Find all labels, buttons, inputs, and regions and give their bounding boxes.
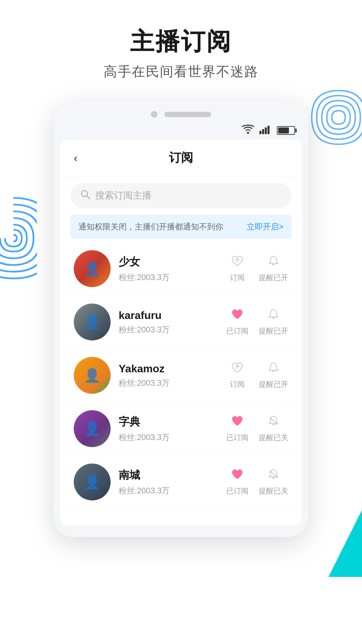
svg-rect-1 [259,131,261,134]
streamer-avatar: 👤 [74,410,111,447]
streamer-name: Yakamoz [119,363,224,375]
reminder-label: 提醒已关 [259,433,288,443]
subscribe-button[interactable]: 已订阅 [224,468,251,496]
battery-icon [277,126,295,135]
streamer-fans: 粉丝:2003.3万 [119,485,224,496]
streamer-fans: 粉丝:2003.3万 [119,324,224,335]
bell-icon [267,362,280,377]
phone-wrapper: ‹ 订阅 搜索订阅主播 通知权限关闭，主播们开播都通知不到你 立即开启> [0,101,362,537]
nav-bar: ‹ 订阅 [60,140,302,176]
reminder-button[interactable]: 提醒已开 [259,308,288,336]
streamer-info: Yakamoz 粉丝:2003.3万 [119,363,224,388]
streamer-actions: 已订阅 提醒已关 [224,415,288,443]
search-bar[interactable]: 搜索订阅主播 [70,183,292,208]
reminder-label: 提醒已开 [259,379,288,389]
avatar-placeholder: 👤 [74,464,111,500]
avatar-placeholder: 👤 [74,410,111,447]
streamer-fans: 粉丝:2003.3万 [119,272,224,283]
subscribe-label: 订阅 [230,273,245,283]
reminder-button[interactable]: 提醒已关 [259,468,288,496]
subscribe-label: 已订阅 [226,433,248,443]
avatar-placeholder: 👤 [74,250,111,287]
phone-mockup: ‹ 订阅 搜索订阅主播 通知权限关闭，主播们开播都通知不到你 立即开启> [54,101,308,537]
notification-banner: 通知权限关闭，主播们开播都通知不到你 立即开启> [70,215,292,239]
notification-action-button[interactable]: 立即开启> [247,221,284,232]
heart-icon [231,255,244,271]
streamer-item: 👤 字典 粉丝:2003.3万 已订阅 提醒已关 [64,402,298,455]
subscribe-button[interactable]: 订阅 [224,255,251,283]
streamer-name: 少女 [119,255,224,269]
streamer-name: 字典 [119,415,224,429]
search-placeholder-text: 搜索订阅主播 [95,189,152,202]
phone-top-bar [54,101,308,121]
status-bar [54,121,308,140]
subscribe-label: 订阅 [230,379,245,389]
reminder-button[interactable]: 提醒已开 [259,362,288,389]
phone-speaker [164,112,211,117]
signal-icon [259,125,272,136]
main-title: 主播订阅 [0,27,362,56]
heart-icon [231,362,244,377]
streamer-actions: 订阅 提醒已开 [224,362,288,389]
subscribe-button[interactable]: 已订阅 [224,415,251,443]
search-icon [80,190,90,202]
svg-line-6 [87,196,90,199]
streamer-avatar: 👤 [74,357,111,394]
reminder-button[interactable]: 提醒已开 [259,255,288,283]
streamer-avatar: 👤 [74,464,111,500]
reminder-button[interactable]: 提醒已关 [259,415,288,443]
sub-title: 高手在民间看世界不迷路 [0,62,362,81]
streamer-list: 👤 少女 粉丝:2003.3万 订阅 提醒已开 👤 karafuru 粉丝:20… [60,242,302,509]
streamer-fans: 粉丝:2003.3万 [119,378,224,388]
svg-rect-3 [265,127,267,134]
wifi-icon [242,124,254,136]
streamer-name: karafuru [119,309,224,322]
notification-message: 通知权限关闭，主播们开播都通知不到你 [78,221,223,232]
svg-rect-2 [262,129,264,134]
streamer-info: karafuru 粉丝:2003.3万 [119,309,224,335]
heart-icon [231,308,244,324]
header-section: 主播订阅 高手在民间看世界不迷路 [0,0,362,94]
avatar-placeholder: 👤 [74,357,111,394]
heart-icon [231,415,244,431]
avatar-placeholder: 👤 [74,304,111,340]
reminder-label: 提醒已开 [259,273,288,283]
svg-point-0 [247,132,249,134]
streamer-actions: 已订阅 提醒已开 [224,308,288,336]
bell-icon [267,255,280,271]
streamer-name: 南城 [119,468,224,483]
streamer-info: 少女 粉丝:2003.3万 [119,255,224,283]
subscribe-label: 已订阅 [226,486,248,496]
bell-icon [267,468,280,484]
streamer-item: 👤 Yakamoz 粉丝:2003.3万 订阅 提醒已开 [64,349,298,402]
svg-rect-4 [267,126,269,134]
reminder-label: 提醒已开 [259,326,288,336]
streamer-avatar: 👤 [74,304,111,340]
subscribe-label: 已订阅 [226,326,248,336]
streamer-fans: 粉丝:2003.3万 [119,432,224,443]
streamer-avatar: 👤 [74,250,111,287]
subscribe-button[interactable]: 已订阅 [224,308,251,336]
bell-icon [267,415,280,431]
phone-camera [151,111,158,118]
bell-icon [267,308,280,324]
streamer-info: 字典 粉丝:2003.3万 [119,415,224,443]
streamer-item: 👤 karafuru 粉丝:2003.3万 已订阅 提醒已开 [64,296,298,349]
heart-icon [231,468,244,484]
app-content: ‹ 订阅 搜索订阅主播 通知权限关闭，主播们开播都通知不到你 立即开启> [60,140,302,525]
streamer-info: 南城 粉丝:2003.3万 [119,468,224,496]
back-button[interactable]: ‹ [74,151,77,164]
streamer-actions: 已订阅 提醒已关 [224,468,288,496]
page-title: 订阅 [169,150,193,166]
streamer-item: 👤 南城 粉丝:2003.3万 已订阅 提醒已关 [64,455,298,509]
reminder-label: 提醒已关 [259,486,288,496]
streamer-item: 👤 少女 粉丝:2003.3万 订阅 提醒已开 [64,242,298,296]
subscribe-button[interactable]: 订阅 [224,362,251,389]
streamer-actions: 订阅 提醒已开 [224,255,288,283]
